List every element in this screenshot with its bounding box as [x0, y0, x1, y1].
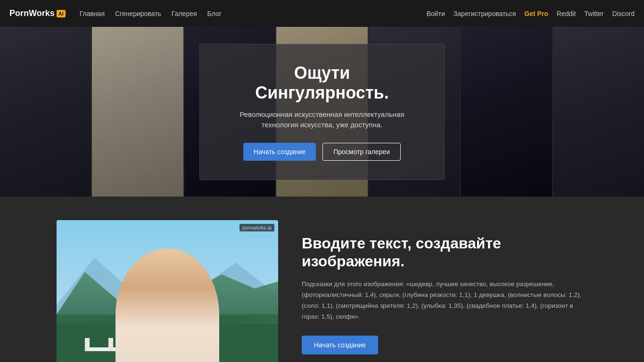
hero-buttons: Начать создание Просмотр галереи: [226, 143, 418, 161]
content-section: pornworks.ai Вводите текст, создавайте и…: [0, 197, 644, 362]
nav-gallery[interactable]: Галерея: [172, 10, 197, 17]
navbar-left: PornWorks AI Главная Сгенерировать Галер…: [9, 8, 222, 18]
content-image-svg: [57, 220, 278, 362]
nav-twitter[interactable]: Twitter: [584, 10, 603, 17]
content-image: [57, 220, 278, 362]
hero-title: Ощути Сингулярность.: [226, 63, 418, 103]
svg-rect-8: [156, 338, 160, 351]
nav-get-pro[interactable]: Get Pro: [524, 10, 548, 17]
watermark: pornworks.ai: [239, 224, 274, 231]
nav-discord[interactable]: Discord: [612, 10, 635, 17]
nav-home[interactable]: Главная: [80, 10, 105, 17]
navbar-right: Войти Зарегистрироваться Get Pro Reddit …: [427, 10, 635, 17]
content-image-wrapper: pornworks.ai: [57, 220, 278, 362]
nav-login[interactable]: Войти: [427, 10, 445, 17]
svg-rect-11: [162, 312, 173, 326]
hero-section: Ощути Сингулярность. Революционная искус…: [0, 27, 644, 197]
content-text: Вводите текст, создавайте изображения. П…: [302, 220, 587, 354]
logo[interactable]: PornWorks AI: [9, 8, 66, 18]
nav-register[interactable]: Зарегистрироваться: [454, 10, 516, 17]
svg-point-17: [181, 284, 185, 288]
content-description: Подсказки для этого изображения: «шедевр…: [302, 279, 587, 322]
svg-rect-4: [85, 347, 179, 351]
hero-subtitle: Революционная искусственная интеллектуал…: [226, 109, 418, 131]
svg-rect-10: [153, 324, 182, 362]
hero-content-box: Ощути Сингулярность. Революционная искус…: [199, 44, 445, 180]
svg-rect-7: [132, 338, 137, 351]
nav-generate[interactable]: Сгенерировать: [115, 10, 161, 17]
svg-point-16: [174, 287, 180, 293]
svg-point-14: [145, 288, 162, 321]
nav-links: Главная Сгенерировать Галерея Блог: [80, 10, 222, 17]
content-start-button[interactable]: Начать создание: [302, 336, 378, 354]
svg-point-19: [171, 302, 176, 306]
content-heading: Вводите текст, создавайте изображения.: [302, 234, 587, 271]
nav-blog[interactable]: Блог: [207, 10, 222, 17]
svg-point-13: [148, 279, 187, 307]
svg-rect-6: [108, 338, 113, 351]
logo-ai-badge: AI: [57, 10, 66, 17]
hero-gallery-button[interactable]: Просмотр галереи: [322, 143, 401, 161]
logo-text: PornWorks: [9, 8, 55, 18]
svg-point-15: [173, 288, 190, 321]
navbar: PornWorks AI Главная Сгенерировать Галер…: [0, 0, 644, 27]
hero-start-button[interactable]: Начать создание: [243, 143, 316, 161]
svg-point-18: [159, 302, 164, 306]
nav-reddit[interactable]: Reddit: [557, 10, 576, 17]
svg-point-9: [134, 343, 200, 362]
svg-rect-5: [85, 338, 90, 351]
svg-rect-3: [57, 324, 278, 362]
svg-point-12: [149, 283, 185, 322]
